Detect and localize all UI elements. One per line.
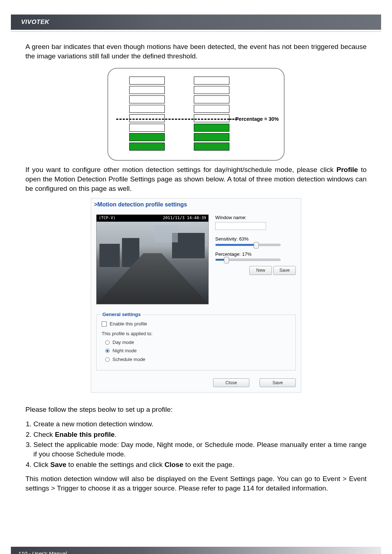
schedule-mode-label: Schedule mode <box>113 356 145 363</box>
close-keyword: Close <box>164 461 183 468</box>
night-mode-radio[interactable] <box>105 349 110 353</box>
header-rule <box>11 31 381 32</box>
save-footer-button[interactable]: Save <box>260 378 296 387</box>
threshold-diagram: Percentage = 30% <box>25 68 367 161</box>
window-name-label: Window name: <box>215 214 296 221</box>
slider-thumb-icon[interactable] <box>254 242 259 249</box>
profile-settings-panel: >Motion detection profile settings (TCP-… <box>91 198 301 393</box>
fieldset-legend: General settings <box>100 311 143 318</box>
percentage-slider[interactable] <box>215 259 281 261</box>
list-item: Click Save to enable the settings and cl… <box>33 460 367 469</box>
threshold-line <box>116 119 229 120</box>
general-settings-fieldset: General settings Enable this profile Thi… <box>96 315 296 370</box>
closing-paragraph: This motion detection window will also b… <box>25 474 367 493</box>
list-item: Select the applicable mode: Day mode, Ni… <box>33 440 367 459</box>
intro-paragraph-1: A green bar indicates that even though m… <box>25 42 367 61</box>
applied-to-label: This profile is applied to: <box>102 331 152 337</box>
window-name-input[interactable] <box>215 222 266 230</box>
close-button[interactable]: Close <box>213 378 249 387</box>
page-footer: 110 - User's Manual <box>11 547 381 554</box>
bar-column-2 <box>194 77 229 152</box>
footer-label: 110 - User's Manual <box>18 550 67 554</box>
side-controls: Window name: Sensitivity: 63% Percentage… <box>215 214 296 304</box>
enable-profile-checkbox[interactable] <box>102 321 107 327</box>
day-mode-label: Day mode <box>113 339 134 346</box>
steps-intro: Please follow the steps beolw to set up … <box>25 405 367 414</box>
sensitivity-slider[interactable] <box>215 244 281 246</box>
preview-source: (TCP-V) <box>99 216 115 221</box>
percentage-label: Percentage: 17% <box>215 251 296 258</box>
schedule-mode-radio[interactable] <box>105 357 110 362</box>
night-mode-label: Night mode <box>113 348 136 354</box>
brand-label: VIVOTEK <box>21 19 49 26</box>
list-item: Check Enable this profile. <box>33 430 367 439</box>
sensitivity-label: Sensitivity: 63% <box>215 236 296 242</box>
camera-preview: (TCP-V) 2011/11/3 14:48:39 <box>96 214 209 304</box>
page-header: VIVOTEK <box>11 15 381 30</box>
bar-column-1 <box>129 77 165 152</box>
profile-keyword: Profile <box>336 166 358 173</box>
enable-keyword: Enable this profile <box>55 431 115 438</box>
intro-paragraph-2: If you want to configure other motion de… <box>25 165 367 193</box>
new-button[interactable]: New <box>249 266 272 275</box>
save-keyword: Save <box>50 461 66 468</box>
panel-title: >Motion detection profile settings <box>91 198 301 211</box>
preview-timestamp: 2011/11/3 14:48:39 <box>163 216 206 221</box>
day-mode-radio[interactable] <box>105 340 110 345</box>
list-item: Create a new motion detection window. <box>33 419 367 429</box>
slider-thumb-icon[interactable] <box>224 257 229 263</box>
enable-profile-label: Enable this profile <box>110 321 147 327</box>
threshold-label: Percentage = 30% <box>236 116 279 123</box>
steps-list: Create a new motion detection window. Ch… <box>25 419 367 469</box>
save-button[interactable]: Save <box>273 266 296 275</box>
intro2-pre: If you want to configure other motion de… <box>25 166 336 173</box>
